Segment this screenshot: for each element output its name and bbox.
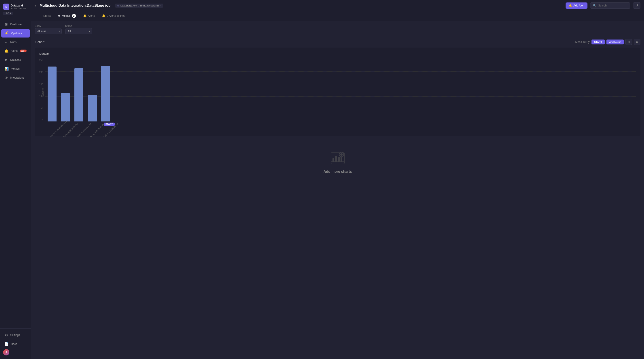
sidebar-item-datasets[interactable]: ⊚ Datasets bbox=[1, 56, 30, 64]
bar-group bbox=[48, 66, 56, 121]
bar[interactable] bbox=[74, 68, 83, 121]
alerts-icon: 🔔 bbox=[4, 49, 8, 53]
chart-header: 1 chart Measure By START Add Metric ⊞ ⚙ bbox=[35, 39, 640, 45]
sidebar-item-label: Metrics bbox=[11, 67, 20, 70]
tab-run-list[interactable]: ··· Run list bbox=[35, 12, 54, 20]
status-filter: Status All Success Failed Running bbox=[65, 24, 92, 34]
chart-title: Duration bbox=[39, 52, 636, 55]
sidebar-item-label: Pipelines bbox=[11, 32, 22, 35]
add-alert-button[interactable]: 🔔 Add Alert bbox=[566, 2, 588, 9]
chart-card: Duration 250 200 150 100 50 0 Duration bbox=[35, 47, 640, 136]
bar-group bbox=[74, 68, 83, 121]
sidebar-nav: ⊞ Dashboard ⚡ Pipelines ··· Runs 🔔 Alert… bbox=[0, 18, 31, 329]
x-label: Today at 08:24:45 PM bbox=[90, 130, 98, 138]
status-select-wrapper: All Success Failed Running bbox=[65, 28, 92, 34]
refresh-button[interactable]: ↺ bbox=[633, 2, 640, 9]
datasets-icon: ⊚ bbox=[4, 58, 8, 62]
y-label: 0 bbox=[39, 119, 43, 121]
metrics-count-badge: 2 bbox=[72, 14, 76, 18]
sidebar-item-settings[interactable]: ⚙ Settings bbox=[1, 331, 30, 339]
job-badge-text: DataStage Acc… 85532ab5dcfa86b7 bbox=[120, 4, 161, 7]
job-badge-dot bbox=[117, 5, 119, 6]
add-more-section: Add more charts bbox=[35, 142, 640, 183]
metrics-icon: 📊 bbox=[4, 67, 9, 71]
add-alert-label: Add Alert bbox=[574, 4, 584, 7]
sidebar-item-metrics[interactable]: 📊 Metrics bbox=[1, 64, 30, 73]
tabs: ··· Run list ★ Metrics 2 🔔 Alerts 🔔 0 Al… bbox=[31, 11, 644, 21]
svg-rect-3 bbox=[335, 156, 337, 162]
back-button[interactable]: ‹ bbox=[35, 3, 36, 7]
y-axis-label: Duration bbox=[42, 88, 44, 97]
settings-chart-button[interactable]: ⚙ bbox=[634, 39, 640, 45]
alerts-badge: 999+ bbox=[20, 49, 26, 52]
sidebar-item-label: Dashboard bbox=[10, 23, 24, 26]
sidebar-item-label: Datasets bbox=[10, 58, 21, 61]
x-label: Today at 08:26:59 PM bbox=[103, 130, 111, 138]
x-label: Nov 23, 2022 03:07:51 PM bbox=[50, 130, 57, 138]
status-select[interactable]: All Success Failed Running bbox=[65, 28, 92, 34]
chart-inner: Duration bbox=[45, 59, 636, 132]
tab-label: Run list bbox=[42, 14, 51, 17]
sidebar-item-pipelines[interactable]: ⚡ Pipelines bbox=[1, 29, 30, 37]
bar-group bbox=[61, 93, 70, 121]
star-icon: ★ bbox=[58, 14, 60, 17]
bar[interactable] bbox=[48, 66, 56, 121]
gear-icon: ⚙ bbox=[636, 40, 638, 43]
bar[interactable] bbox=[61, 93, 70, 121]
chart-count: 1 chart bbox=[35, 40, 44, 44]
logo-area: D Databand an IBM Company 1.0.9.4 bbox=[0, 0, 31, 18]
show-select-wrapper: All runs Last 10 Last 20 bbox=[35, 28, 62, 34]
grid-icon: ⊞ bbox=[628, 40, 630, 43]
sidebar-item-integrations[interactable]: ⟳ Integrations bbox=[1, 73, 30, 82]
runs-icon: ··· bbox=[4, 40, 8, 44]
sidebar-item-dashboard[interactable]: ⊞ Dashboard bbox=[1, 20, 30, 28]
sidebar-item-label: Settings bbox=[10, 334, 20, 337]
tab-metrics[interactable]: ★ Metrics 2 bbox=[55, 12, 79, 20]
tab-label: Metrics bbox=[62, 14, 70, 17]
show-filter: Show All runs Last 10 Last 20 bbox=[35, 24, 62, 34]
filters: Show All runs Last 10 Last 20 Status All… bbox=[35, 24, 640, 34]
y-label: 250 bbox=[39, 59, 43, 61]
avatar[interactable]: S bbox=[3, 349, 10, 356]
logo-sub: an IBM Company bbox=[11, 7, 26, 9]
bar-group: START bbox=[101, 66, 110, 121]
sidebar-item-runs[interactable]: ··· Runs bbox=[1, 38, 30, 46]
page-title: Multicloud Data Integration.DataStage jo… bbox=[40, 3, 110, 7]
sidebar-item-alerts[interactable]: 🔔 Alerts 999+ bbox=[1, 47, 30, 55]
version-badge: 1.0.9.4 bbox=[3, 11, 13, 15]
search-input[interactable] bbox=[598, 4, 625, 7]
add-more-charts-icon bbox=[330, 150, 346, 166]
show-label: Show bbox=[35, 24, 62, 27]
tab-alerts-defined[interactable]: 🔔 0 Alerts defined bbox=[99, 12, 128, 20]
grid-view-button[interactable]: ⊞ bbox=[626, 39, 632, 45]
tab-label: Alerts bbox=[88, 14, 95, 17]
start-tag: START bbox=[104, 123, 115, 126]
tab-alerts[interactable]: 🔔 Alerts bbox=[80, 12, 98, 20]
search-icon: 🔍 bbox=[593, 4, 596, 7]
status-label: Status bbox=[65, 24, 92, 27]
bar[interactable] bbox=[88, 95, 97, 121]
add-metric-button[interactable]: Add Metric bbox=[606, 39, 624, 44]
measure-by-label: Measure By bbox=[576, 40, 590, 43]
main-content: ‹ Multicloud Data Integration.DataStage … bbox=[31, 0, 644, 359]
integrations-icon: ⟳ bbox=[4, 76, 8, 80]
refresh-icon: ↺ bbox=[636, 4, 638, 7]
svg-rect-4 bbox=[338, 157, 340, 162]
docs-icon: 📄 bbox=[4, 342, 9, 346]
y-label: 200 bbox=[39, 71, 43, 73]
bar[interactable] bbox=[101, 66, 110, 121]
x-label: Today at 08:14:04 PM bbox=[63, 130, 70, 138]
logo-icon: D bbox=[3, 3, 10, 10]
sidebar-item-label: Runs bbox=[10, 41, 16, 44]
job-badge: DataStage Acc… 85532ab5dcfa86b7 bbox=[115, 3, 163, 7]
sidebar-item-docs[interactable]: 📄 Docs bbox=[1, 340, 30, 348]
add-more-label[interactable]: Add more charts bbox=[323, 170, 352, 174]
sidebar-item-label: Integrations bbox=[10, 76, 24, 79]
dashboard-icon: ⊞ bbox=[4, 22, 8, 26]
sidebar-item-label: Docs bbox=[11, 343, 17, 346]
show-select[interactable]: All runs Last 10 Last 20 bbox=[35, 28, 62, 34]
start-measure-button[interactable]: START bbox=[592, 39, 605, 44]
content-area: Show All runs Last 10 Last 20 Status All… bbox=[31, 21, 644, 359]
chart-controls: Measure By START Add Metric ⊞ ⚙ bbox=[576, 39, 640, 45]
search-box[interactable]: 🔍 bbox=[590, 2, 630, 9]
